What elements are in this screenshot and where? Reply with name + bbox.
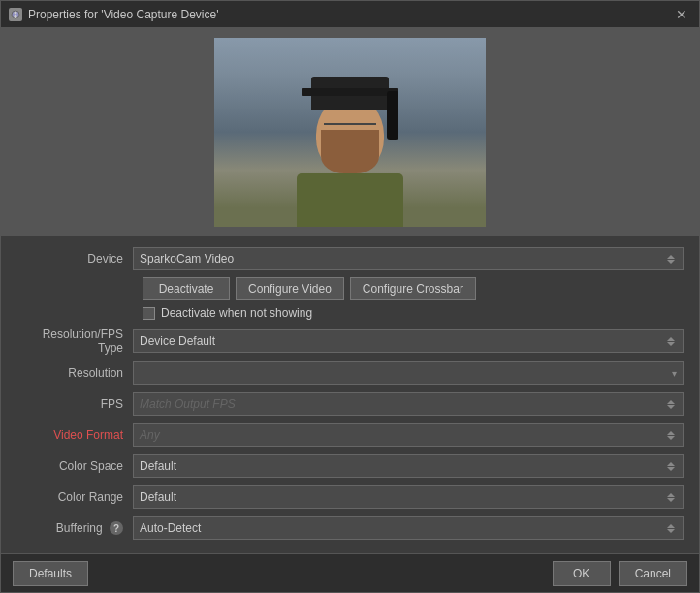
buffering-value: Auto-Detect xyxy=(140,521,201,535)
vf-spinner-down[interactable] xyxy=(667,436,675,440)
configure-video-button[interactable]: Configure Video xyxy=(236,277,344,300)
buf-spinner-up[interactable] xyxy=(667,524,675,528)
color-space-row: Color Space Default xyxy=(16,453,684,479)
resolution-label: Resolution xyxy=(16,366,133,380)
rft-spinner-up[interactable] xyxy=(667,337,675,341)
resolution-dropdown-icon[interactable]: ▾ xyxy=(672,368,677,379)
configure-crossbar-button[interactable]: Configure Crossbar xyxy=(350,277,476,300)
video-format-row: Video Format Any xyxy=(16,422,684,448)
spinner-up-icon[interactable] xyxy=(667,255,675,259)
rft-spinner-down[interactable] xyxy=(667,342,675,346)
svg-rect-2 xyxy=(15,15,17,18)
deactivate-checkbox-label: Deactivate when not showing xyxy=(161,306,312,320)
hat-brim xyxy=(302,88,398,96)
person-preview xyxy=(297,96,403,227)
footer-right-buttons: OK Cancel xyxy=(553,561,687,586)
color-range-value: Default xyxy=(140,490,176,504)
resolution-row: Resolution ▾ xyxy=(16,360,684,386)
resolution-fps-type-select[interactable]: Device Default xyxy=(133,329,684,353)
spinner-down-icon[interactable] xyxy=(667,260,675,264)
device-select[interactable]: SparkoCam Video xyxy=(133,247,684,270)
buf-spinner-down[interactable] xyxy=(667,529,675,533)
defaults-button[interactable]: Defaults xyxy=(13,561,88,586)
camera-preview-area xyxy=(1,28,699,236)
cs-spinner-down[interactable] xyxy=(667,467,675,471)
fps-placeholder: Match Output FPS xyxy=(140,397,236,411)
resolution-fps-type-value: Device Default xyxy=(140,334,215,348)
resolution-fps-type-label: Resolution/FPS Type xyxy=(16,328,133,355)
svg-point-1 xyxy=(15,11,17,14)
device-row: Device SparkoCam Video xyxy=(16,246,684,271)
video-format-select[interactable]: Any xyxy=(133,423,684,447)
vf-spinner[interactable] xyxy=(667,426,677,444)
shirt xyxy=(297,173,403,227)
cs-spinner-up[interactable] xyxy=(667,462,675,466)
deactivate-checkbox-row: Deactivate when not showing xyxy=(143,306,684,320)
headphones xyxy=(387,91,398,140)
fps-spinner-down[interactable] xyxy=(667,405,675,409)
device-buttons-row: Deactivate Configure Video Configure Cro… xyxy=(143,277,684,300)
device-label: Device xyxy=(16,252,133,265)
color-space-label: Color Space xyxy=(16,459,133,473)
fps-select[interactable]: Match Output FPS xyxy=(133,392,684,416)
cr-spinner[interactable] xyxy=(667,488,677,506)
close-button[interactable]: ✕ xyxy=(672,5,691,24)
cs-spinner[interactable] xyxy=(667,457,677,475)
vf-spinner-up[interactable] xyxy=(667,431,675,435)
title-bar: Properties for 'Video Capture Device' ✕ xyxy=(1,1,699,28)
cr-spinner-up[interactable] xyxy=(667,493,675,497)
camera-feed xyxy=(214,38,486,227)
properties-window: Properties for 'Video Capture Device' ✕ xyxy=(0,0,700,593)
color-space-select[interactable]: Default xyxy=(133,454,684,478)
settings-content: Device SparkoCam Video Deactivate Config… xyxy=(1,236,699,553)
buf-spinner[interactable] xyxy=(667,519,677,537)
video-format-placeholder: Any xyxy=(140,428,160,442)
fps-label: FPS xyxy=(16,397,133,411)
fps-spinner-up[interactable] xyxy=(667,400,675,404)
window-title: Properties for 'Video Capture Device' xyxy=(28,8,666,21)
video-format-label: Video Format xyxy=(16,428,133,442)
buffering-row: Buffering ? Auto-Detect xyxy=(16,515,684,541)
window-icon xyxy=(9,8,22,21)
color-range-row: Color Range Default xyxy=(16,484,684,510)
color-range-label: Color Range xyxy=(16,490,133,504)
buffering-select[interactable]: Auto-Detect xyxy=(133,516,684,540)
person-head xyxy=(316,96,384,173)
hat xyxy=(311,77,389,110)
color-range-select[interactable]: Default xyxy=(133,485,684,509)
glasses xyxy=(324,123,376,139)
footer: Defaults OK Cancel xyxy=(1,553,699,592)
device-spinner[interactable] xyxy=(667,250,677,267)
deactivate-button[interactable]: Deactivate xyxy=(143,277,230,300)
resolution-fps-type-row: Resolution/FPS Type Device Default xyxy=(16,328,684,355)
fps-row: FPS Match Output FPS xyxy=(16,391,684,417)
device-value: SparkoCam Video xyxy=(140,252,234,265)
rft-spinner[interactable] xyxy=(667,332,677,350)
fps-spinner[interactable] xyxy=(667,395,677,413)
resolution-select[interactable]: ▾ xyxy=(133,361,684,385)
buffering-label: Buffering ? xyxy=(16,521,133,536)
ok-button[interactable]: OK xyxy=(553,561,611,586)
cancel-button[interactable]: Cancel xyxy=(619,561,687,586)
deactivate-checkbox[interactable] xyxy=(143,307,155,320)
buffering-help-icon[interactable]: ? xyxy=(110,521,123,535)
color-space-value: Default xyxy=(140,459,176,473)
cr-spinner-down[interactable] xyxy=(667,498,675,502)
